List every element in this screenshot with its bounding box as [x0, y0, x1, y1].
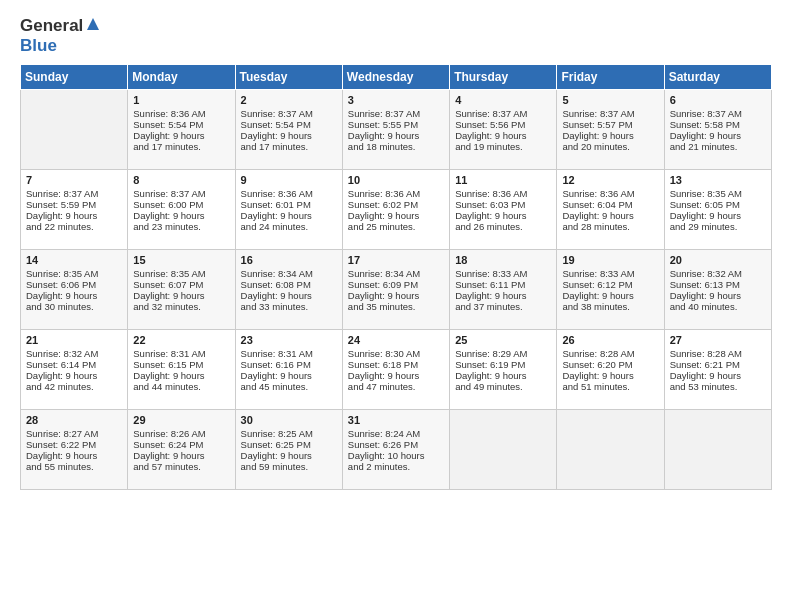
- day-info-line: Daylight: 9 hours: [455, 130, 551, 141]
- day-info-line: and 18 minutes.: [348, 141, 444, 152]
- week-row-5: 28Sunrise: 8:27 AMSunset: 6:22 PMDayligh…: [21, 410, 772, 490]
- day-number: 9: [241, 174, 337, 186]
- day-cell: 5Sunrise: 8:37 AMSunset: 5:57 PMDaylight…: [557, 90, 664, 170]
- day-info-line: Sunset: 5:54 PM: [133, 119, 229, 130]
- day-info-line: Daylight: 9 hours: [455, 370, 551, 381]
- day-cell: 11Sunrise: 8:36 AMSunset: 6:03 PMDayligh…: [450, 170, 557, 250]
- day-cell: 2Sunrise: 8:37 AMSunset: 5:54 PMDaylight…: [235, 90, 342, 170]
- day-info-line: Sunset: 6:09 PM: [348, 279, 444, 290]
- day-info-line: Sunrise: 8:35 AM: [670, 188, 766, 199]
- day-number: 15: [133, 254, 229, 266]
- day-number: 10: [348, 174, 444, 186]
- day-number: 26: [562, 334, 658, 346]
- day-number: 4: [455, 94, 551, 106]
- day-info-line: Sunrise: 8:36 AM: [241, 188, 337, 199]
- day-info-line: Sunset: 6:01 PM: [241, 199, 337, 210]
- day-info-line: Daylight: 9 hours: [241, 450, 337, 461]
- day-info-line: and 59 minutes.: [241, 461, 337, 472]
- day-number: 19: [562, 254, 658, 266]
- day-number: 8: [133, 174, 229, 186]
- day-info-line: Sunset: 6:22 PM: [26, 439, 122, 450]
- day-info-line: Sunrise: 8:33 AM: [455, 268, 551, 279]
- day-info-line: and 57 minutes.: [133, 461, 229, 472]
- day-cell: 20Sunrise: 8:32 AMSunset: 6:13 PMDayligh…: [664, 250, 771, 330]
- day-cell: 31Sunrise: 8:24 AMSunset: 6:26 PMDayligh…: [342, 410, 449, 490]
- day-cell: 19Sunrise: 8:33 AMSunset: 6:12 PMDayligh…: [557, 250, 664, 330]
- day-info-line: Daylight: 9 hours: [670, 210, 766, 221]
- day-info-line: Sunrise: 8:32 AM: [670, 268, 766, 279]
- day-info-line: and 37 minutes.: [455, 301, 551, 312]
- day-cell: 13Sunrise: 8:35 AMSunset: 6:05 PMDayligh…: [664, 170, 771, 250]
- day-cell: 14Sunrise: 8:35 AMSunset: 6:06 PMDayligh…: [21, 250, 128, 330]
- day-info-line: Sunset: 6:06 PM: [26, 279, 122, 290]
- day-info-line: Daylight: 9 hours: [562, 370, 658, 381]
- day-cell: 29Sunrise: 8:26 AMSunset: 6:24 PMDayligh…: [128, 410, 235, 490]
- week-row-3: 14Sunrise: 8:35 AMSunset: 6:06 PMDayligh…: [21, 250, 772, 330]
- day-cell: 27Sunrise: 8:28 AMSunset: 6:21 PMDayligh…: [664, 330, 771, 410]
- day-info-line: and 28 minutes.: [562, 221, 658, 232]
- col-header-wednesday: Wednesday: [342, 65, 449, 90]
- calendar-table: SundayMondayTuesdayWednesdayThursdayFrid…: [20, 64, 772, 490]
- day-number: 30: [241, 414, 337, 426]
- day-cell: 17Sunrise: 8:34 AMSunset: 6:09 PMDayligh…: [342, 250, 449, 330]
- day-cell: 8Sunrise: 8:37 AMSunset: 6:00 PMDaylight…: [128, 170, 235, 250]
- day-info-line: Sunrise: 8:35 AM: [26, 268, 122, 279]
- day-info-line: Daylight: 10 hours: [348, 450, 444, 461]
- day-cell: 24Sunrise: 8:30 AMSunset: 6:18 PMDayligh…: [342, 330, 449, 410]
- day-info-line: Sunset: 5:59 PM: [26, 199, 122, 210]
- day-cell: 10Sunrise: 8:36 AMSunset: 6:02 PMDayligh…: [342, 170, 449, 250]
- day-info-line: and 55 minutes.: [26, 461, 122, 472]
- day-cell: 23Sunrise: 8:31 AMSunset: 6:16 PMDayligh…: [235, 330, 342, 410]
- day-info-line: Sunrise: 8:37 AM: [133, 188, 229, 199]
- day-info-line: Daylight: 9 hours: [670, 370, 766, 381]
- svg-marker-0: [87, 18, 99, 30]
- day-info-line: Daylight: 9 hours: [241, 290, 337, 301]
- day-cell: 28Sunrise: 8:27 AMSunset: 6:22 PMDayligh…: [21, 410, 128, 490]
- day-cell: 12Sunrise: 8:36 AMSunset: 6:04 PMDayligh…: [557, 170, 664, 250]
- day-info-line: Daylight: 9 hours: [26, 450, 122, 461]
- col-header-tuesday: Tuesday: [235, 65, 342, 90]
- day-cell: [557, 410, 664, 490]
- day-cell: 21Sunrise: 8:32 AMSunset: 6:14 PMDayligh…: [21, 330, 128, 410]
- day-info-line: Sunset: 6:26 PM: [348, 439, 444, 450]
- day-number: 18: [455, 254, 551, 266]
- day-cell: 30Sunrise: 8:25 AMSunset: 6:25 PMDayligh…: [235, 410, 342, 490]
- day-info-line: Sunrise: 8:37 AM: [26, 188, 122, 199]
- day-info-line: and 51 minutes.: [562, 381, 658, 392]
- day-number: 2: [241, 94, 337, 106]
- day-cell: 26Sunrise: 8:28 AMSunset: 6:20 PMDayligh…: [557, 330, 664, 410]
- day-info-line: Sunset: 6:14 PM: [26, 359, 122, 370]
- day-info-line: Sunset: 6:19 PM: [455, 359, 551, 370]
- day-info-line: Daylight: 9 hours: [562, 290, 658, 301]
- day-info-line: Sunrise: 8:31 AM: [133, 348, 229, 359]
- day-cell: 4Sunrise: 8:37 AMSunset: 5:56 PMDaylight…: [450, 90, 557, 170]
- day-info-line: Daylight: 9 hours: [455, 210, 551, 221]
- logo-general-text: General: [20, 16, 83, 36]
- day-info-line: and 49 minutes.: [455, 381, 551, 392]
- day-cell: 22Sunrise: 8:31 AMSunset: 6:15 PMDayligh…: [128, 330, 235, 410]
- day-info-line: Sunrise: 8:34 AM: [241, 268, 337, 279]
- day-info-line: Sunset: 6:03 PM: [455, 199, 551, 210]
- day-info-line: and 44 minutes.: [133, 381, 229, 392]
- day-number: 27: [670, 334, 766, 346]
- day-info-line: Sunrise: 8:26 AM: [133, 428, 229, 439]
- day-info-line: Daylight: 9 hours: [26, 290, 122, 301]
- header: General Blue: [20, 16, 772, 56]
- day-cell: 9Sunrise: 8:36 AMSunset: 6:01 PMDaylight…: [235, 170, 342, 250]
- day-info-line: and 33 minutes.: [241, 301, 337, 312]
- day-number: 22: [133, 334, 229, 346]
- logo-blue-text: Blue: [20, 36, 57, 55]
- day-cell: [21, 90, 128, 170]
- day-info-line: Sunrise: 8:31 AM: [241, 348, 337, 359]
- day-info-line: and 25 minutes.: [348, 221, 444, 232]
- day-info-line: Daylight: 9 hours: [670, 290, 766, 301]
- day-cell: [664, 410, 771, 490]
- col-header-sunday: Sunday: [21, 65, 128, 90]
- day-info-line: Sunset: 6:00 PM: [133, 199, 229, 210]
- day-info-line: Sunset: 5:54 PM: [241, 119, 337, 130]
- day-info-line: Daylight: 9 hours: [348, 130, 444, 141]
- day-info-line: Sunrise: 8:24 AM: [348, 428, 444, 439]
- day-info-line: Sunset: 5:55 PM: [348, 119, 444, 130]
- day-info-line: Sunrise: 8:30 AM: [348, 348, 444, 359]
- day-info-line: Sunset: 6:04 PM: [562, 199, 658, 210]
